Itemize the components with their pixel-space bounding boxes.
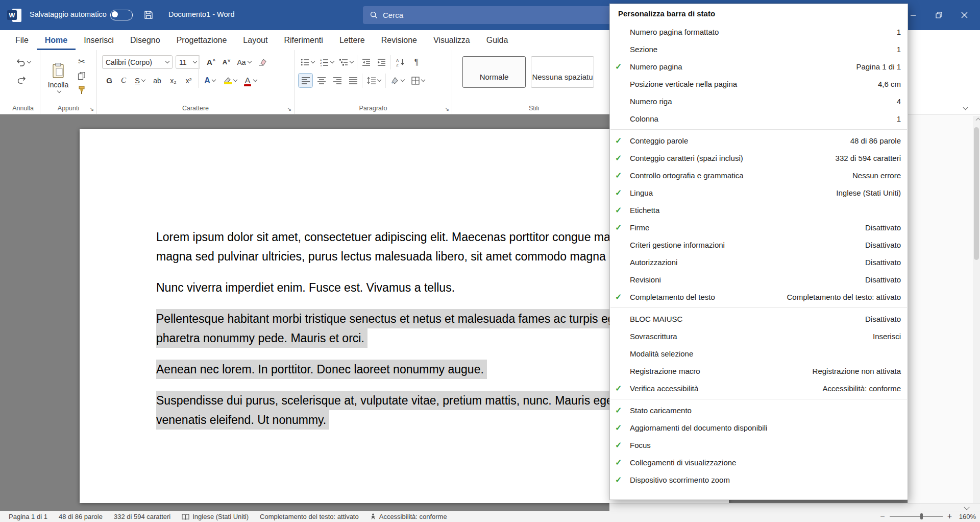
superscript-button[interactable]: x² [182, 74, 195, 87]
status-menu-item[interactable]: ✓Numero paginaPagina 1 di 1 [610, 58, 908, 75]
tab-home[interactable]: Home [37, 30, 76, 50]
undo-button[interactable] [13, 55, 33, 68]
status-menu-item[interactable]: ✓Controllo ortografia e grammaticaNessun… [610, 167, 908, 184]
format-painter-button[interactable] [75, 84, 88, 96]
collapse-ribbon-button[interactable] [962, 102, 970, 110]
dialog-launcher-icon[interactable]: ↘ [287, 106, 291, 111]
tab-disegno[interactable]: Disegno [122, 30, 168, 50]
status-item[interactable]: Completamento del testo: attivato [254, 511, 364, 522]
status-menu-item[interactable]: ✓Conteggio parole48 di 86 parole [610, 132, 908, 149]
zoom-knob[interactable] [920, 513, 923, 519]
clear-formatting-button[interactable] [255, 55, 270, 69]
tab-progettazione[interactable]: Progettazione [168, 30, 235, 50]
strikethrough-button[interactable]: ab [150, 74, 164, 87]
status-menu-item[interactable]: Sezione1 [610, 40, 908, 58]
restore-button[interactable] [927, 0, 950, 30]
sort-button[interactable]: AZ [393, 55, 408, 69]
font-size-combo[interactable]: 11 [176, 55, 200, 69]
status-menu-item[interactable]: AutorizzazioniDisattivato [610, 253, 908, 271]
menu-item-label: Numero pagina [630, 62, 856, 71]
tab-file[interactable]: File [7, 30, 37, 50]
status-item[interactable]: 48 di 86 parole [53, 511, 108, 522]
tab-riferimenti[interactable]: Riferimenti [276, 30, 331, 50]
italic-button[interactable]: C [117, 74, 130, 87]
scrollbar-thumb[interactable] [974, 127, 979, 260]
decrease-indent-button[interactable] [359, 55, 373, 69]
change-case-button[interactable]: Aa [235, 55, 253, 69]
justify-button[interactable] [346, 74, 360, 87]
tab-revisione[interactable]: Revisione [373, 30, 425, 50]
status-menu-item[interactable]: Numero riga4 [610, 92, 908, 110]
text-effects-button[interactable]: A [201, 74, 218, 87]
increase-indent-button[interactable] [374, 55, 388, 69]
status-item[interactable]: Accessibilità: conforme [364, 511, 453, 522]
status-menu-item[interactable]: ✓Completamento del testoCompletamento de… [610, 288, 908, 305]
status-menu-item[interactable]: ✓Verifica accessibilitàAccessibilità: co… [610, 379, 908, 397]
tab-inserisci[interactable]: Inserisci [76, 30, 122, 50]
status-menu-item[interactable]: Numero pagina formattato1 [610, 23, 908, 40]
status-item[interactable]: Pagina 1 di 1 [3, 511, 53, 522]
status-menu-item[interactable]: ✓Conteggio caratteri (spazi inclusi)332 … [610, 149, 908, 167]
horizontal-scrollbar[interactable] [609, 503, 980, 511]
status-item[interactable]: Inglese (Stati Uniti) [176, 511, 254, 522]
save-icon[interactable] [144, 10, 153, 19]
status-menu-item[interactable]: Posizione verticale nella pagina4,6 cm [610, 75, 908, 92]
font-color-button[interactable]: A [241, 74, 259, 87]
vertical-scrollbar[interactable] [973, 116, 980, 504]
redo-button[interactable] [14, 73, 29, 86]
font-name-combo[interactable]: Calibri (Corpo) [102, 55, 173, 69]
status-menu-item[interactable]: BLOC MAIUSCDisattivato [610, 310, 908, 327]
status-menu-item[interactable]: ✓FirmeDisattivato [610, 219, 908, 236]
bold-button[interactable]: G [103, 74, 115, 87]
close-button[interactable] [952, 0, 976, 30]
autosave-toggle[interactable] [110, 10, 133, 20]
borders-button[interactable] [409, 74, 427, 87]
paste-button[interactable]: Incolla [44, 54, 72, 100]
status-menu-item[interactable]: Modalità selezione [610, 345, 908, 362]
zoom-in-button[interactable]: + [947, 512, 952, 521]
zoom-level[interactable]: 160% [957, 513, 976, 520]
status-menu-item[interactable]: ✓Stato caricamento [610, 401, 908, 419]
status-menu-item[interactable]: ✓Collegamenti di visualizzazione [610, 454, 908, 471]
dialog-launcher-icon[interactable]: ↘ [89, 106, 94, 111]
search-box[interactable]: Cerca [363, 6, 614, 24]
status-menu-item[interactable]: ✓Etichetta [610, 201, 908, 219]
numbering-button[interactable]: 123 [318, 55, 335, 69]
status-menu-item[interactable]: SovrascritturaInserisci [610, 327, 908, 345]
status-menu-item[interactable]: Criteri gestione informazioniDisattivato [610, 236, 908, 253]
subscript-button[interactable]: x₂ [166, 74, 180, 87]
align-left-button[interactable] [299, 74, 312, 87]
style-no-spacing[interactable]: Nessuna spaziatu [531, 56, 594, 88]
status-menu-item[interactable]: ✓Dispositivo scorrimento zoom [610, 471, 908, 488]
bullets-button[interactable] [299, 55, 316, 69]
status-item[interactable]: 332 di 594 caratteri [108, 511, 176, 522]
grow-font-button[interactable]: A˄ [204, 55, 218, 69]
paragraph: Aenean nec lorem. In porttitor. Donec la… [156, 360, 652, 379]
multilevel-list-button[interactable] [337, 55, 355, 69]
shading-button[interactable] [388, 74, 406, 87]
dialog-launcher-icon[interactable]: ↘ [445, 106, 449, 111]
tab-layout[interactable]: Layout [235, 30, 276, 50]
align-center-button[interactable] [314, 74, 328, 87]
highlight-button[interactable] [220, 74, 239, 87]
zoom-out-button[interactable]: − [880, 512, 885, 521]
style-normal[interactable]: Normale [462, 56, 526, 88]
status-menu-item[interactable]: ✓LinguaInglese (Stati Uniti) [610, 184, 908, 201]
pilcrow-button[interactable]: ¶ [410, 55, 423, 69]
zoom-slider[interactable] [890, 516, 943, 517]
status-menu-item[interactable]: Registrazione macroRegistrazione non att… [610, 362, 908, 379]
status-menu-item[interactable]: ✓Aggiornamenti del documento disponibili [610, 419, 908, 436]
right-panel-area [908, 114, 980, 511]
line-spacing-button[interactable] [364, 74, 383, 87]
tab-guida[interactable]: Guida [478, 30, 517, 50]
shrink-font-button[interactable]: A˅ [219, 55, 233, 69]
cut-button[interactable]: ✂ [75, 55, 88, 67]
status-menu-item[interactable]: Colonna1 [610, 110, 908, 127]
tab-lettere[interactable]: Lettere [331, 30, 373, 50]
status-menu-item[interactable]: RevisioniDisattivato [610, 271, 908, 288]
underline-button[interactable]: S [132, 74, 148, 87]
status-menu-item[interactable]: ✓Focus [610, 436, 908, 454]
copy-button[interactable] [75, 69, 88, 82]
tab-visualizza[interactable]: Visualizza [425, 30, 478, 50]
align-right-button[interactable] [330, 74, 344, 87]
